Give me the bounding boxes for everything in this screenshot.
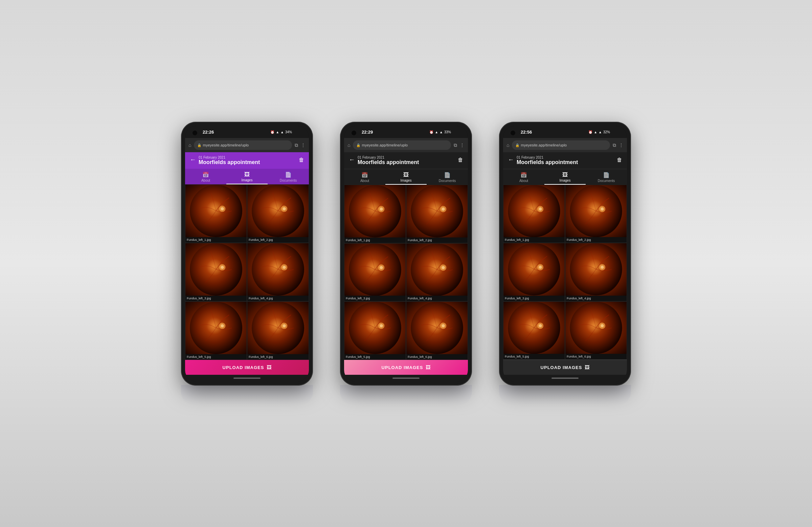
phone-1: 22:26 ⏰ ▲ ▲ 34% ⌂ 🔒 myeyesite.app/timeli… <box>181 122 313 405</box>
svg-point-59 <box>539 266 542 269</box>
tab-documents[interactable]: 📄 Documents <box>267 169 309 184</box>
header-title: Moorfields appointment <box>517 159 578 165</box>
status-time: 22:29 <box>362 130 373 135</box>
image-cell[interactable]: Fundus_left_1.jpg <box>185 184 247 243</box>
home-icon[interactable]: ⌂ <box>347 142 350 148</box>
upload-images-button[interactable]: UPLOAD IMAGES 🖼 <box>185 360 309 375</box>
alarm-icon: ⏰ <box>270 130 274 134</box>
image-filename: Fundus_left_4.jpg <box>406 296 467 301</box>
image-filename: Fundus_left_3.jpg <box>185 296 247 301</box>
tab-about[interactable]: 📅 About <box>185 169 226 184</box>
image-cell[interactable]: Fundus_left_6.jpg <box>565 302 627 360</box>
svg-point-55 <box>600 207 604 210</box>
browser-bar: ⌂ 🔒 myeyesite.app/timeline/uplo ⧉ ⋮ <box>344 138 468 152</box>
upload-images-button[interactable]: UPLOAD IMAGES 🖼 <box>503 360 627 375</box>
url-text: myeyesite.app/timeline/uplo <box>521 143 567 147</box>
tab-images[interactable]: 🖼 Images <box>545 169 586 185</box>
svg-point-63 <box>600 266 604 269</box>
tab-about[interactable]: 📅 About <box>344 169 386 185</box>
delete-button[interactable]: 🗑 <box>299 157 304 163</box>
image-cell[interactable]: Fundus_left_3.jpg <box>503 243 565 301</box>
camera-hole <box>192 131 197 135</box>
tab-documents[interactable]: 📄 Documents <box>586 169 627 185</box>
tab-bar: 📅 About 🖼 Images 📄 Documents <box>503 169 627 185</box>
image-cell[interactable]: Fundus_left_3.jpg <box>344 243 406 302</box>
image-cell[interactable]: Fundus_left_5.jpg <box>185 302 247 360</box>
back-button[interactable]: ← <box>190 156 196 163</box>
image-row-2: Fundus_left_5.jpg <box>503 302 627 360</box>
back-button[interactable]: ← <box>349 156 355 163</box>
status-icons: ⏰ ▲ ▲ 34% <box>270 130 292 134</box>
app-header: ← 01 February 2021 Moorfields appointmen… <box>185 152 309 169</box>
header-left: ← 01 February 2021 Moorfields appointmen… <box>508 156 578 165</box>
image-filename: Fundus_left_1.jpg <box>345 237 406 243</box>
phone-reflection <box>340 385 472 405</box>
image-cell[interactable]: Fundus_left_6.jpg <box>406 302 468 360</box>
phone-reflection <box>181 385 313 405</box>
tab-about-label: About <box>360 179 369 182</box>
header-date: 01 February 2021 <box>517 156 578 159</box>
tab-documents[interactable]: 📄 Documents <box>426 169 468 185</box>
battery-icon: 33% <box>444 130 451 134</box>
back-button[interactable]: ← <box>508 156 514 163</box>
image-cell[interactable]: Fundus_left_3.jpg <box>185 243 247 302</box>
image-cell[interactable]: Fundus_left_4.jpg <box>565 243 627 301</box>
signal-icon: ▲ <box>439 130 443 134</box>
image-cell[interactable]: Fundus_left_4.jpg <box>247 243 309 302</box>
menu-icon[interactable]: ⋮ <box>460 142 465 148</box>
image-cell[interactable]: Fundus_left_2.jpg <box>565 185 627 243</box>
delete-button[interactable]: 🗑 <box>617 157 622 163</box>
upload-button-label: UPLOAD IMAGES <box>382 365 423 370</box>
status-time: 22:26 <box>203 130 214 135</box>
image-filename: Fundus_left_5.jpg <box>504 354 565 359</box>
navigation-bar <box>185 375 309 382</box>
url-bar[interactable]: 🔒 myeyesite.app/timeline/uplo <box>512 141 610 150</box>
image-filename: Fundus_left_4.jpg <box>247 296 308 301</box>
image-cell[interactable]: Fundus_left_1.jpg <box>503 185 565 243</box>
menu-icon[interactable]: ⋮ <box>301 142 305 148</box>
image-filename: Fundus_left_4.jpg <box>565 296 627 301</box>
battery-icon: 32% <box>603 130 610 134</box>
tab-images[interactable]: 🖼 Images <box>226 169 267 184</box>
image-cell[interactable]: Fundus_left_2.jpg <box>247 184 309 243</box>
status-icons: ⏰ ▲ ▲ 33% <box>429 130 451 134</box>
header-date: 01 February 2021 <box>358 156 419 159</box>
tab-images-label: Images <box>560 179 571 182</box>
browser-bar: ⌂ 🔒 myeyesite.app/timeline/uplo ⧉ ⋮ <box>503 138 627 152</box>
url-bar[interactable]: 🔒 myeyesite.app/timeline/uplo <box>194 141 292 150</box>
image-filename: Fundus_left_1.jpg <box>504 237 565 243</box>
tab-switcher-icon[interactable]: ⧉ <box>613 142 616 148</box>
signal-icon: ▲ <box>598 130 602 134</box>
tab-switcher-icon[interactable]: ⧉ <box>454 142 457 148</box>
image-grid: Fundus_left_1.jpg <box>503 185 627 360</box>
image-filename: Fundus_left_6.jpg <box>565 354 627 359</box>
image-cell[interactable]: Fundus_left_4.jpg <box>406 243 468 302</box>
alarm-icon: ⏰ <box>429 130 433 134</box>
image-cell[interactable]: Fundus_left_5.jpg <box>344 302 406 360</box>
home-icon[interactable]: ⌂ <box>507 142 509 148</box>
svg-point-15 <box>282 266 286 269</box>
upload-button-label: UPLOAD IMAGES <box>223 365 264 370</box>
image-cell[interactable]: Fundus_left_1.jpg <box>344 185 406 243</box>
tab-about[interactable]: 📅 About <box>503 169 545 185</box>
menu-icon[interactable]: ⋮ <box>619 142 624 148</box>
navigation-bar <box>503 375 627 382</box>
tab-switcher-icon[interactable]: ⧉ <box>295 142 298 148</box>
home-icon[interactable]: ⌂ <box>188 142 191 148</box>
upload-images-button[interactable]: UPLOAD IMAGES 🖼 <box>344 360 468 375</box>
phone-2: 22:29 ⏰ ▲ ▲ 33% ⌂ 🔒 myeyesite.app/timeli… <box>340 122 472 405</box>
url-bar[interactable]: 🔒 myeyesite.app/timeline/uplo <box>353 141 451 150</box>
browser-actions: ⧉ ⋮ <box>454 142 465 148</box>
delete-button[interactable]: 🗑 <box>458 157 463 163</box>
tab-images[interactable]: 🖼 Images <box>386 169 426 185</box>
image-grid: Fundus_left_1.jpg <box>344 185 468 360</box>
header-title-block: 01 February 2021 Moorfields appointment <box>199 156 260 165</box>
image-filename: Fundus_left_2.jpg <box>406 237 467 243</box>
image-cell[interactable]: Fundus_left_6.jpg <box>247 302 309 360</box>
nav-pill <box>233 378 261 379</box>
upload-icon: 🖼 <box>585 365 589 370</box>
status-bar: 22:26 ⏰ ▲ ▲ 34% <box>185 126 309 138</box>
tab-images-icon: 🖼 <box>562 172 568 178</box>
image-cell[interactable]: Fundus_left_5.jpg <box>503 302 565 360</box>
image-cell[interactable]: Fundus_left_2.jpg <box>406 185 468 243</box>
